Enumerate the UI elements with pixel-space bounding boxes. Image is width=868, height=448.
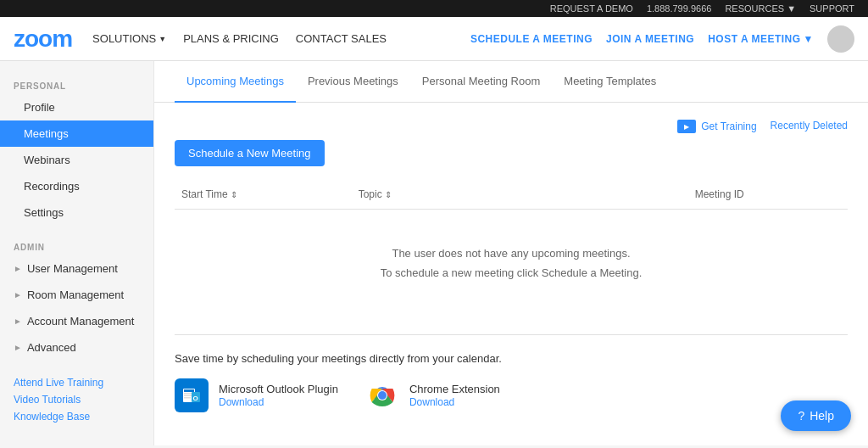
solutions-link[interactable]: SOLUTIONS ▼ bbox=[92, 32, 166, 45]
sidebar-item-account-management[interactable]: ► Account Management bbox=[0, 308, 153, 334]
tab-previous-meetings[interactable]: Previous Meetings bbox=[296, 61, 410, 103]
sidebar-item-recordings[interactable]: Recordings bbox=[0, 173, 153, 199]
request-demo-link[interactable]: REQUEST A DEMO bbox=[550, 3, 633, 14]
video-tutorials-link[interactable]: Video Tutorials bbox=[14, 391, 140, 408]
calendar-section: Save time by scheduling your meetings di… bbox=[175, 334, 848, 412]
admin-section-label: ADMIN bbox=[0, 236, 153, 255]
sidebar-item-profile[interactable]: Profile bbox=[0, 94, 153, 120]
sidebar: PERSONAL Profile Meetings Webinars Recor… bbox=[0, 61, 154, 445]
content-area: ▶ Get Training Recently Deleted Schedule… bbox=[154, 103, 868, 429]
sidebar-links: Attend Live Training Video Tutorials Kno… bbox=[0, 361, 153, 432]
col-topic[interactable]: Topic ⇕ bbox=[352, 180, 688, 210]
phone-number: 1.888.799.9666 bbox=[647, 3, 711, 14]
outlook-download-link[interactable]: Download bbox=[219, 396, 264, 408]
sidebar-item-advanced[interactable]: ► Advanced bbox=[0, 334, 153, 361]
solutions-chevron-icon: ▼ bbox=[159, 35, 166, 43]
outlook-icon: O bbox=[175, 378, 209, 412]
get-training-link[interactable]: ▶ Get Training bbox=[677, 120, 756, 133]
help-icon: ? bbox=[798, 409, 804, 423]
topic-sort-icon: ⇕ bbox=[385, 190, 392, 199]
empty-message: The user does not have any upcoming meet… bbox=[175, 210, 848, 317]
calendar-apps: O Microsoft Outlook Plugin Download bbox=[175, 378, 848, 412]
sidebar-item-room-management[interactable]: ► Room Management bbox=[0, 282, 153, 308]
tabs-bar: Upcoming Meetings Previous Meetings Pers… bbox=[154, 61, 868, 103]
svg-point-11 bbox=[378, 391, 387, 400]
chrome-name: Chrome Extension bbox=[409, 383, 500, 395]
chrome-app: Chrome Extension Download bbox=[365, 378, 500, 412]
layout: PERSONAL Profile Meetings Webinars Recor… bbox=[0, 61, 868, 445]
chrome-info: Chrome Extension Download bbox=[409, 383, 500, 408]
outlook-name: Microsoft Outlook Plugin bbox=[219, 383, 338, 395]
tab-personal-meeting-room[interactable]: Personal Meeting Room bbox=[410, 61, 552, 103]
resources-link[interactable]: RESOURCES ▼ bbox=[725, 3, 796, 14]
outlook-info: Microsoft Outlook Plugin Download bbox=[219, 383, 338, 408]
schedule-meeting-nav-link[interactable]: SCHEDULE A MEETING bbox=[470, 33, 593, 45]
recently-deleted-link[interactable]: Recently Deleted bbox=[771, 120, 848, 133]
host-chevron-icon: ▼ bbox=[804, 33, 814, 45]
training-icon: ▶ bbox=[677, 120, 696, 133]
meetings-table: Start Time ⇕ Topic ⇕ Meeting ID bbox=[175, 180, 848, 317]
avatar[interactable] bbox=[827, 25, 854, 53]
svg-text:O: O bbox=[193, 395, 198, 402]
schedule-new-meeting-button[interactable]: Schedule a New Meeting bbox=[175, 140, 325, 166]
contact-sales-link[interactable]: CONTACT SALES bbox=[296, 32, 387, 45]
chrome-icon bbox=[365, 378, 399, 412]
svg-rect-5 bbox=[184, 397, 191, 399]
sidebar-item-user-management[interactable]: ► User Management bbox=[0, 255, 153, 282]
sidebar-item-settings[interactable]: Settings bbox=[0, 199, 153, 226]
advanced-chevron-icon: ► bbox=[14, 343, 22, 352]
host-meeting-nav-link[interactable]: HOST A MEETING ▼ bbox=[708, 33, 814, 45]
content-header: ▶ Get Training Recently Deleted bbox=[175, 120, 848, 133]
room-management-chevron-icon: ► bbox=[14, 290, 22, 300]
user-management-chevron-icon: ► bbox=[14, 264, 22, 273]
tab-meeting-templates[interactable]: Meeting Templates bbox=[552, 61, 668, 103]
start-time-sort-icon: ⇕ bbox=[231, 190, 237, 199]
join-meeting-nav-link[interactable]: JOIN A MEETING bbox=[606, 33, 694, 45]
chrome-download-link[interactable]: Download bbox=[409, 396, 454, 408]
zoom-logo: zoom bbox=[14, 25, 72, 53]
plans-pricing-link[interactable]: PLANS & PRICING bbox=[183, 32, 279, 45]
nav-right: SCHEDULE A MEETING JOIN A MEETING HOST A… bbox=[470, 25, 854, 53]
attend-live-training-link[interactable]: Attend Live Training bbox=[14, 374, 140, 391]
nav-links: SOLUTIONS ▼ PLANS & PRICING CONTACT SALE… bbox=[92, 32, 470, 45]
calendar-section-title: Save time by scheduling your meetings di… bbox=[175, 352, 848, 365]
tab-upcoming-meetings[interactable]: Upcoming Meetings bbox=[175, 61, 296, 103]
main-nav: zoom SOLUTIONS ▼ PLANS & PRICING CONTACT… bbox=[0, 17, 868, 61]
support-link[interactable]: SUPPORT bbox=[810, 3, 854, 14]
help-button[interactable]: ? Help bbox=[781, 400, 851, 431]
outlook-app: O Microsoft Outlook Plugin Download bbox=[175, 378, 338, 412]
col-meeting-id: Meeting ID bbox=[688, 180, 848, 210]
col-start-time[interactable]: Start Time ⇕ bbox=[175, 180, 352, 210]
personal-section-label: PERSONAL bbox=[0, 75, 153, 94]
sidebar-item-webinars[interactable]: Webinars bbox=[0, 147, 153, 173]
sidebar-item-meetings[interactable]: Meetings bbox=[0, 120, 153, 147]
svg-rect-2 bbox=[184, 389, 194, 392]
knowledge-base-link[interactable]: Knowledge Base bbox=[14, 408, 140, 425]
top-bar: REQUEST A DEMO 1.888.799.9666 RESOURCES … bbox=[0, 0, 868, 17]
account-management-chevron-icon: ► bbox=[14, 316, 22, 326]
main-content: Upcoming Meetings Previous Meetings Pers… bbox=[154, 61, 868, 445]
